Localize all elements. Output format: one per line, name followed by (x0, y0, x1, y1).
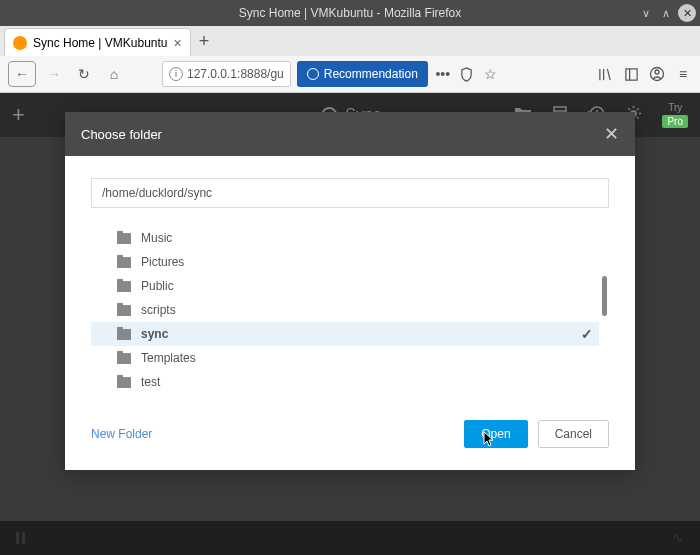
path-input[interactable] (91, 178, 609, 208)
new-folder-link[interactable]: New Folder (91, 427, 152, 441)
folder-row[interactable]: Music (91, 226, 599, 250)
bottom-bar: ∿ (0, 521, 700, 555)
scrollbar-thumb[interactable] (602, 276, 607, 316)
folder-icon (117, 257, 131, 268)
modal-footer: New Folder Open Cancel (65, 406, 635, 470)
modal-header: Choose folder ✕ (65, 112, 635, 156)
folder-name: Music (141, 231, 172, 245)
cancel-button-label: Cancel (555, 427, 592, 441)
pause-icon[interactable] (16, 532, 25, 544)
folder-icon (117, 329, 131, 340)
cancel-button[interactable]: Cancel (538, 420, 609, 448)
folder-icon (117, 233, 131, 244)
open-button-label: Open (481, 427, 510, 441)
folder-list[interactable]: MusicPicturesPublicscriptssync✓Templates… (91, 226, 609, 396)
folder-row[interactable]: Pictures (91, 250, 599, 274)
folder-name: scripts (141, 303, 176, 317)
check-icon: ✓ (581, 326, 593, 342)
folder-name: sync (141, 327, 168, 341)
folder-name: test (141, 375, 160, 389)
open-button[interactable]: Open (464, 420, 527, 448)
folder-icon (117, 281, 131, 292)
folder-row[interactable]: test (91, 370, 599, 394)
folder-icon (117, 377, 131, 388)
folder-name: Public (141, 279, 174, 293)
folder-row[interactable]: Public (91, 274, 599, 298)
folder-icon (117, 305, 131, 316)
modal-close-button[interactable]: ✕ (604, 123, 619, 145)
folder-name: Templates (141, 351, 196, 365)
choose-folder-modal: Choose folder ✕ MusicPicturesPublicscrip… (65, 112, 635, 470)
modal-overlay: Choose folder ✕ MusicPicturesPublicscrip… (0, 0, 700, 555)
folder-icon (117, 353, 131, 364)
folder-row[interactable]: sync✓ (91, 322, 599, 346)
activity-icon: ∿ (672, 530, 684, 546)
modal-title: Choose folder (81, 127, 162, 142)
folder-row[interactable]: scripts (91, 298, 599, 322)
folder-name: Pictures (141, 255, 184, 269)
folder-row[interactable]: Templates (91, 346, 599, 370)
